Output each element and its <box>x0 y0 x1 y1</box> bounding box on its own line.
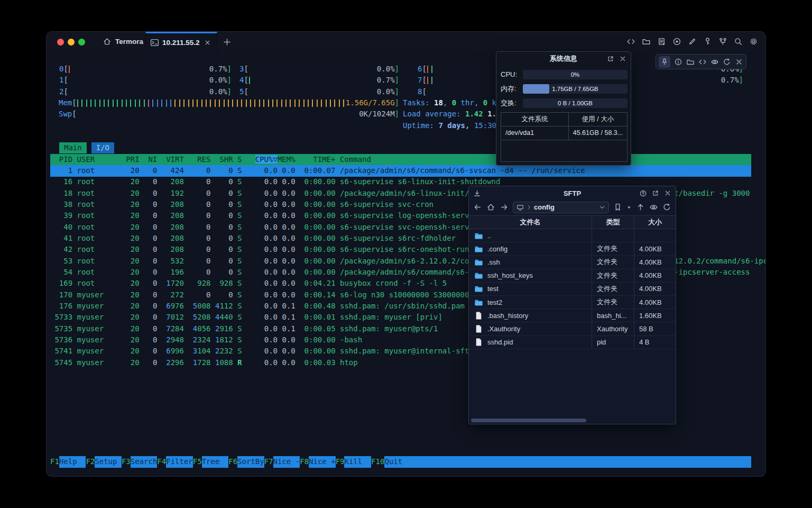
cpu-meter-5: 5[0.0%] <box>239 86 399 97</box>
fkey-label-kill[interactable]: Kill <box>344 456 371 468</box>
file-size: 58 B <box>634 322 676 335</box>
fkey-F7[interactable]: F7 <box>264 456 273 468</box>
process-row[interactable]: 38 root 20 0 208 0 0 S 0.0 0.0 0:00.00 s… <box>50 199 433 211</box>
back-icon[interactable] <box>473 203 482 212</box>
close-panel-icon[interactable] <box>619 55 626 62</box>
horizontal-scrollbar[interactable] <box>471 419 586 422</box>
code-icon <box>626 37 635 46</box>
key-icon <box>703 37 712 46</box>
record-icon[interactable] <box>672 37 681 46</box>
folder-icon[interactable] <box>642 37 651 46</box>
process-row[interactable]: 5733 myuser 20 0 7012 5208 4440 S 0.0 0.… <box>50 312 442 323</box>
info-icon[interactable] <box>674 58 682 66</box>
process-row[interactable]: 39 root 20 0 208 0 0 S 0.0 0.0 0:00.00 s… <box>50 210 478 222</box>
fkey-F5[interactable]: F5 <box>193 456 202 468</box>
pin-icon <box>660 58 669 66</box>
branch-icon[interactable] <box>718 37 727 46</box>
close-window-button[interactable] <box>57 39 64 46</box>
home-icon[interactable] <box>486 203 495 212</box>
external-icon <box>607 55 614 62</box>
fkey-label-search[interactable]: Search <box>131 456 158 468</box>
eye-icon <box>649 203 658 212</box>
chevron-down-icon[interactable] <box>599 204 605 211</box>
close-icon <box>204 39 211 46</box>
fkey-F3[interactable]: F3 <box>122 456 131 468</box>
fkey-label-nice-[interactable]: Nice + <box>309 456 336 468</box>
fkey-F9[interactable]: F9 <box>336 456 345 468</box>
fkey-F8[interactable]: F8 <box>300 456 309 468</box>
folder-icon[interactable] <box>686 58 695 66</box>
new-tab-button[interactable] <box>221 36 233 48</box>
fkey-F4[interactable]: F4 <box>157 456 166 468</box>
edit-icon[interactable] <box>688 37 697 46</box>
minimize-window-button[interactable] <box>68 39 75 46</box>
file-row[interactable]: .ssh文件夹4.00KB <box>469 256 676 269</box>
fkey-F10[interactable]: F10 <box>371 456 384 468</box>
file-type: bash_hi... <box>592 309 634 322</box>
up-directory-icon[interactable] <box>636 203 645 212</box>
fkey-label-quit[interactable]: Quit <box>384 456 751 468</box>
code-icon[interactable] <box>626 37 635 46</box>
process-row[interactable]: 5736 myuser 20 0 2948 2324 1812 S 0.0 0.… <box>50 334 362 346</box>
folder-icon <box>474 284 483 293</box>
file-name: .bash_history <box>487 312 528 320</box>
eye-icon[interactable] <box>710 58 719 66</box>
process-row[interactable]: 1 root 20 0 424 0 0 S 0.0 0.0 0:00.07 /p… <box>50 165 751 177</box>
fkey-label-nice-[interactable]: Nice - <box>273 456 300 468</box>
file-row[interactable]: test文件夹4.00KB <box>469 283 676 296</box>
process-row[interactable]: 5735 myuser 20 0 7284 4056 2916 S 0.0 0.… <box>50 323 438 335</box>
fkey-F6[interactable]: F6 <box>228 456 237 468</box>
download-icon[interactable] <box>473 189 481 197</box>
filesystem-row[interactable]: /dev/vda1 45.61GB / 58.3... <box>501 126 627 140</box>
process-row[interactable]: 40 root 20 0 208 0 0 S 0.0 0.0 0:00.00 s… <box>50 222 478 233</box>
fkey-F2[interactable]: F2 <box>86 456 95 468</box>
code-icon[interactable] <box>698 58 707 66</box>
close-tab-icon[interactable] <box>204 39 211 46</box>
process-row[interactable]: 42 root 20 0 208 0 0 S 0.0 0.0 0:00.00 s… <box>50 244 483 256</box>
show-hidden-eye-icon[interactable] <box>649 203 658 212</box>
close-panel-icon[interactable] <box>664 189 671 197</box>
maximize-window-button[interactable] <box>78 39 85 46</box>
file-row[interactable]: .. <box>469 229 676 242</box>
fkey-label-tree[interactable]: Tree <box>202 456 229 468</box>
process-row[interactable]: 169 root 20 0 1720 928 928 S 0.0 0.0 0:0… <box>50 278 447 289</box>
process-row[interactable]: 16 root 20 0 208 0 0 S 0.0 0.0 0:00.00 s… <box>50 176 500 188</box>
path-breadcrumb[interactable]: config <box>513 202 609 213</box>
caret-down-icon[interactable] <box>626 205 632 210</box>
process-row[interactable]: 5741 myuser 20 0 6996 3104 2232 S 0.0 0.… <box>50 346 474 357</box>
process-row[interactable]: 41 root 20 0 208 0 0 S 0.0 0.0 0:00.00 s… <box>50 233 456 244</box>
key-icon[interactable] <box>703 37 712 46</box>
tab-termora-home[interactable]: Termora <box>95 32 151 51</box>
help-icon[interactable] <box>639 189 647 197</box>
process-row[interactable]: 5745 myuser 20 0 2296 1728 1088 R 0.0 0.… <box>50 357 358 369</box>
fkey-label-sortby[interactable]: SortBy <box>237 456 264 468</box>
sftp-table-header[interactable]: 文件名 类型 大小 <box>469 215 676 229</box>
fkey-F1[interactable]: F1 <box>50 456 59 468</box>
process-table-header[interactable]: PID USER PRI NI VIRT RES SHR S CPU%▽MEM%… <box>50 154 751 166</box>
file-row[interactable]: sshd.pidpid4 B <box>469 336 676 349</box>
document-icon[interactable] <box>657 37 666 46</box>
forward-icon[interactable] <box>500 203 509 212</box>
close-icon[interactable] <box>735 58 743 66</box>
tab-session-active[interactable]: 10.211.55.2 <box>145 32 217 51</box>
fkey-label-help[interactable]: Help <box>59 456 86 468</box>
close-icon <box>619 55 626 62</box>
folder-icon <box>474 244 483 253</box>
fkey-label-filter[interactable]: Filter <box>166 456 193 468</box>
file-row[interactable]: .bash_historybash_hi...1.60KB <box>469 309 676 322</box>
open-in-window-icon[interactable] <box>652 189 659 197</box>
refresh-icon[interactable] <box>662 203 671 212</box>
terminal-icon <box>150 38 159 47</box>
fkey-label-setup[interactable]: Setup <box>95 456 122 468</box>
search-icon[interactable] <box>734 37 743 46</box>
pin-icon[interactable] <box>659 56 670 68</box>
open-in-window-icon[interactable] <box>607 55 614 62</box>
file-row[interactable]: test2文件夹4.00KB <box>469 296 676 309</box>
bookmark-icon[interactable] <box>613 203 622 212</box>
settings-icon[interactable] <box>749 37 758 46</box>
folder-icon <box>474 298 483 307</box>
file-row[interactable]: .config文件夹4.00KB <box>469 242 676 256</box>
file-row[interactable]: .XauthorityXauthority58 B <box>469 322 676 335</box>
file-row[interactable]: ssh_host_keys文件夹4.00KB <box>469 269 676 283</box>
refresh-icon[interactable] <box>723 58 731 66</box>
